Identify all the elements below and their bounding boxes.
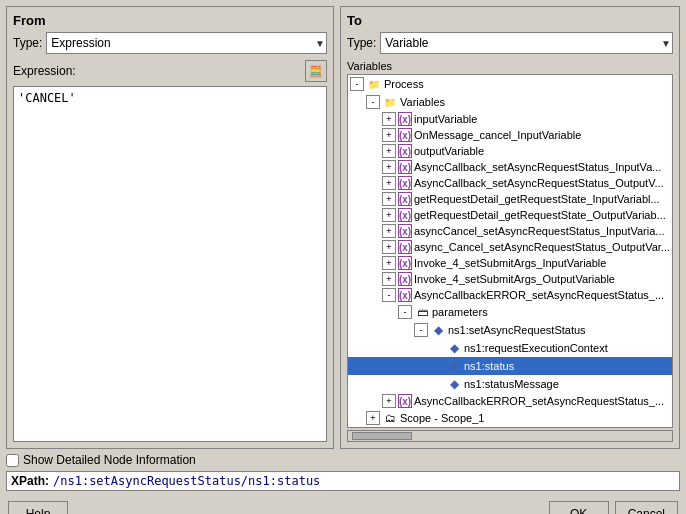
outputvar-toggle[interactable]: + — [382, 144, 396, 158]
tree-item-ns1statusmessage[interactable]: ◆ ns1:statusMessage — [348, 375, 672, 393]
tree-item-onmessage[interactable]: + (x) OnMessage_cancel_InputVariable — [348, 127, 672, 143]
inputvar-label: inputVariable — [414, 113, 477, 125]
process-label: Process — [384, 78, 424, 90]
help-button[interactable]: Help — [8, 501, 68, 514]
from-expression-label: Expression: — [13, 64, 76, 78]
tree-item-asyncoutput[interactable]: + (x) AsyncCallback_setAsyncRequestStatu… — [348, 175, 672, 191]
parameters-toggle[interactable]: - — [398, 305, 412, 319]
xpath-value: /ns1:setAsyncRequestStatus/ns1:status — [53, 474, 675, 488]
invoke4-output-icon: (x) — [398, 272, 412, 286]
tree-scrollbar-container — [347, 430, 673, 442]
getreqdetail-output-label: getRequestDetail_getRequestState_OutputV… — [414, 209, 666, 221]
variables-toggle[interactable]: - — [366, 95, 380, 109]
variables-label-tree: Variables — [400, 96, 445, 108]
tree-item-ns1status[interactable]: ◆ ns1:status — [348, 357, 672, 375]
outputvar-icon: (x) — [398, 144, 412, 158]
tree-item-ns1requestexec[interactable]: ◆ ns1:requestExecutionContext — [348, 339, 672, 357]
ns1status-icon: ◆ — [446, 358, 462, 374]
tree-item-scope1[interactable]: + 🗂 Scope - Scope_1 — [348, 409, 672, 427]
tree-item-process[interactable]: - 📁 Process — [348, 75, 672, 93]
invoke4-output-toggle[interactable]: + — [382, 272, 396, 286]
asyncerror-icon: (x) — [398, 288, 412, 302]
tree-item-variables[interactable]: - 📁 Variables — [348, 93, 672, 111]
panels-row: From Type: Expression Variable Literal ▼… — [0, 0, 686, 449]
cancel-button[interactable]: Cancel — [615, 501, 678, 514]
getreqdetail-input-toggle[interactable]: + — [382, 192, 396, 206]
calc-button[interactable]: 🧮 — [305, 60, 327, 82]
from-content: 'CANCEL' — [13, 86, 327, 442]
outputvar-label: outputVariable — [414, 145, 484, 157]
xpath-row: XPath: /ns1:setAsyncRequestStatus/ns1:st… — [6, 471, 680, 491]
from-type-label: Type: — [13, 36, 42, 50]
inputvar-icon: (x) — [398, 112, 412, 126]
asyncoutput-label: AsyncCallback_setAsyncRequestStatus_Outp… — [414, 177, 664, 189]
tree-item-ns1setasync[interactable]: - ◆ ns1:setAsyncRequestStatus — [348, 321, 672, 339]
inputvar-toggle[interactable]: + — [382, 112, 396, 126]
ns1requestexec-icon: ◆ — [446, 340, 462, 356]
tree-item-getreqdetail-output[interactable]: + (x) getRequestDetail_getRequestState_O… — [348, 207, 672, 223]
from-type-select[interactable]: Expression Variable Literal — [46, 32, 327, 54]
process-toggle[interactable]: - — [350, 77, 364, 91]
tree-h-scrollbar[interactable] — [347, 430, 673, 442]
show-detailed-row: Show Detailed Node Information — [6, 453, 680, 467]
getreqdetail-output-toggle[interactable]: + — [382, 208, 396, 222]
asyncinput-label: AsyncCallback_setAsyncRequestStatus_Inpu… — [414, 161, 661, 173]
tree-item-invoke4-output[interactable]: + (x) Invoke_4_setSubmitArgs_OutputVaria… — [348, 271, 672, 287]
parameters-label: parameters — [432, 306, 488, 318]
to-panel: To Type: Variable Expression Literal ▼ V… — [340, 6, 680, 449]
asyncoutput-icon: (x) — [398, 176, 412, 190]
tree-item-parameters[interactable]: - 🗃 parameters — [348, 303, 672, 321]
footer-left: Help — [8, 501, 68, 514]
footer-right: OK Cancel — [549, 501, 678, 514]
from-title: From — [13, 13, 327, 28]
onmessage-toggle[interactable]: + — [382, 128, 396, 142]
tree-item-asyncerror2[interactable]: + (x) AsyncCallbackERROR_setAsyncRequest… — [348, 393, 672, 409]
ns1status-label: ns1:status — [464, 360, 514, 372]
asynccancel-input-icon: (x) — [398, 224, 412, 238]
ns1setasync-toggle[interactable]: - — [414, 323, 428, 337]
asyncerror2-icon: (x) — [398, 394, 412, 408]
tree-item-asynccancel-output[interactable]: + (x) async_Cancel_setAsyncRequestStatus… — [348, 239, 672, 255]
asynccancel-output-toggle[interactable]: + — [382, 240, 396, 254]
ns1requestexec-label: ns1:requestExecutionContext — [464, 342, 608, 354]
footer-row: Help OK Cancel — [0, 495, 686, 514]
invoke4-input-icon: (x) — [398, 256, 412, 270]
tree-item-asyncerror[interactable]: - (x) AsyncCallbackERROR_setAsyncRequest… — [348, 287, 672, 303]
to-type-label: Type: — [347, 36, 376, 50]
onmessage-icon: (x) — [398, 128, 412, 142]
scope1-label: Scope - Scope_1 — [400, 412, 484, 424]
asyncerror-toggle[interactable]: - — [382, 288, 396, 302]
tree-item-getreqdetail-input[interactable]: + (x) getRequestDetail_getRequestState_I… — [348, 191, 672, 207]
asyncoutput-toggle[interactable]: + — [382, 176, 396, 190]
tree-item-invoke4-input[interactable]: + (x) Invoke_4_setSubmitArgs_InputVariab… — [348, 255, 672, 271]
getreqdetail-input-icon: (x) — [398, 192, 412, 206]
show-detailed-label: Show Detailed Node Information — [23, 453, 196, 467]
show-detailed-checkbox[interactable] — [6, 454, 19, 467]
scope1-toggle[interactable]: + — [366, 411, 380, 425]
asyncinput-toggle[interactable]: + — [382, 160, 396, 174]
from-type-row: Type: Expression Variable Literal ▼ — [13, 32, 327, 54]
asyncinput-icon: (x) — [398, 160, 412, 174]
tree-item-asyncinput[interactable]: + (x) AsyncCallback_setAsyncRequestStatu… — [348, 159, 672, 175]
ok-button[interactable]: OK — [549, 501, 609, 514]
main-container: From Type: Expression Variable Literal ▼… — [0, 0, 686, 514]
tree-item-inputvariable[interactable]: + (x) inputVariable — [348, 111, 672, 127]
scope1-icon: 🗂 — [382, 410, 398, 426]
asynccancel-output-label: async_Cancel_setAsyncRequestStatus_Outpu… — [414, 241, 670, 253]
bottom-section: Show Detailed Node Information XPath: /n… — [0, 449, 686, 495]
calc-icon: 🧮 — [309, 65, 323, 78]
asynccancel-input-label: asyncCancel_setAsyncRequestStatus_InputV… — [414, 225, 665, 237]
to-type-select[interactable]: Variable Expression Literal — [380, 32, 673, 54]
process-folder-icon: 📁 — [366, 76, 382, 92]
invoke4-output-label: Invoke_4_setSubmitArgs_OutputVariable — [414, 273, 615, 285]
invoke4-input-label: Invoke_4_setSubmitArgs_InputVariable — [414, 257, 606, 269]
ns1statusmessage-icon: ◆ — [446, 376, 462, 392]
asyncerror2-label: AsyncCallbackERROR_setAsyncRequestStatus… — [414, 395, 664, 407]
invoke4-input-toggle[interactable]: + — [382, 256, 396, 270]
expression-textarea[interactable]: 'CANCEL' — [13, 86, 327, 442]
asyncerror2-toggle[interactable]: + — [382, 394, 396, 408]
tree-item-outputvariable[interactable]: + (x) outputVariable — [348, 143, 672, 159]
asynccancel-input-toggle[interactable]: + — [382, 224, 396, 238]
tree-item-asynccancel-input[interactable]: + (x) asyncCancel_setAsyncRequestStatus_… — [348, 223, 672, 239]
variables-tree[interactable]: - 📁 Process - 📁 Variables + (x) — [347, 74, 673, 428]
